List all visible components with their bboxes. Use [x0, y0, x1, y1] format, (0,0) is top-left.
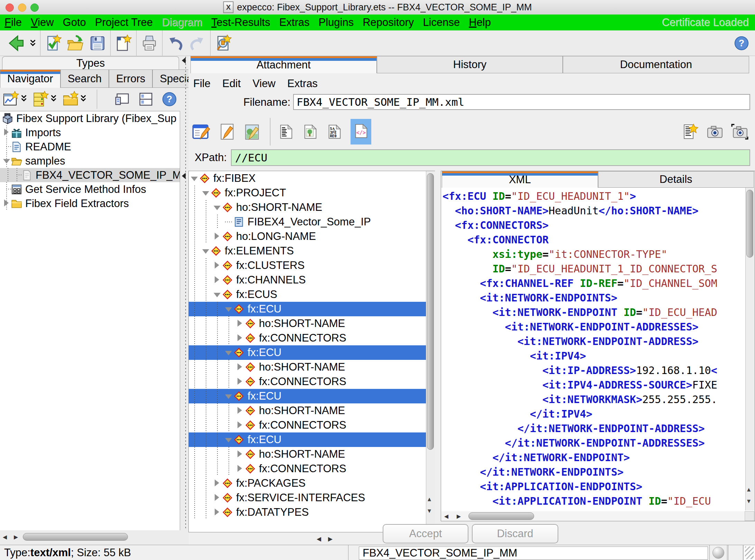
xml-tree-row[interactable]: ho:SHORT-NAME — [189, 403, 435, 418]
accept-file-icon[interactable] — [45, 35, 62, 52]
print-icon[interactable] — [141, 35, 158, 52]
project-tree-item[interactable]: FBX4_VECTOR_SOME_IP_MM — [0, 168, 180, 182]
expand-icon[interactable] — [236, 360, 245, 374]
xml-tree-row[interactable]: ho:LONG-NAME — [189, 229, 435, 244]
help-small-icon[interactable]: ? — [161, 91, 177, 107]
collapse-icon[interactable] — [2, 154, 11, 168]
dropdown-chevron-icon[interactable] — [21, 94, 27, 104]
xml-tree-row[interactable]: FIBEX4_Vector_Some_IP — [189, 215, 435, 229]
attachment-menu-edit[interactable]: Edit — [222, 77, 241, 90]
view-xml-icon[interactable]: </> — [353, 122, 369, 140]
expand-icon[interactable] — [213, 258, 222, 273]
menu-view[interactable]: View — [26, 16, 58, 29]
edit-form-icon[interactable] — [192, 122, 211, 141]
expand-icon[interactable] — [2, 125, 11, 140]
xml-tree-row[interactable]: ho:SHORT-NAME — [189, 360, 435, 374]
expand-icon[interactable] — [236, 331, 245, 345]
discard-button[interactable]: Discard — [472, 524, 558, 543]
xml-tree-row[interactable]: ho:SHORT-NAME — [189, 316, 435, 331]
camera-icon[interactable] — [706, 124, 724, 140]
xml-source-vscrollbar[interactable]: ▴ ▾ — [745, 188, 755, 511]
project-tree-item[interactable]: Fibex Field Extractors — [0, 196, 180, 211]
new-diagram-icon[interactable] — [3, 91, 19, 108]
xml-tree-row[interactable]: fx:ECU — [189, 302, 435, 316]
expand-icon[interactable] — [213, 505, 222, 520]
camera-area-icon[interactable] — [731, 124, 748, 140]
resize-grip[interactable] — [743, 545, 755, 560]
scroll-down-icon[interactable]: ▾ — [428, 507, 431, 514]
back-arrow-icon[interactable] — [8, 35, 25, 52]
redo-icon[interactable] — [189, 35, 206, 52]
new-window-icon[interactable] — [115, 35, 132, 52]
xml-tree-row[interactable]: fx:ECU — [189, 389, 435, 403]
xpath-input[interactable]: //ECU — [231, 149, 750, 166]
expand-icon[interactable] — [236, 447, 245, 461]
project-tree-item[interactable]: samples — [0, 154, 180, 168]
undo-icon[interactable] — [167, 35, 184, 52]
view-hex-icon[interactable]: 5A͢3FERE0 — [326, 123, 342, 141]
new-list-icon[interactable] — [32, 91, 49, 108]
collapse-icon[interactable] — [224, 302, 233, 316]
open-folder-icon[interactable] — [67, 35, 84, 52]
dropdown-chevron-icon[interactable] — [80, 94, 86, 104]
edit-image-icon[interactable] — [244, 122, 260, 141]
project-tree-item[interactable]: Get Service Method Infos — [0, 182, 180, 196]
xml-tree-row[interactable]: ho:SHORT-NAME — [189, 200, 435, 215]
xml-tree-row[interactable]: fx:FIBEX — [189, 171, 435, 186]
tab-history[interactable]: History — [377, 56, 563, 73]
collapse-icon[interactable] — [202, 244, 211, 258]
minimize-button[interactable] — [18, 3, 26, 12]
xml-tree-row[interactable]: fx:CONNECTORS — [189, 418, 435, 432]
collapse-icon[interactable] — [202, 186, 211, 200]
types-header[interactable]: Types — [2, 56, 179, 69]
vscroll-thumb[interactable] — [427, 173, 434, 450]
attachment-menu-file[interactable]: File — [193, 77, 211, 90]
xml-source-pane[interactable]: XML Details <fx:ECU ID="ID_ECU_HEADUNIT_… — [441, 171, 755, 521]
tab-details[interactable]: Details — [598, 171, 754, 188]
project-tree-item[interactable]: Imports — [0, 125, 180, 140]
xml-element-tree[interactable]: fx:FIBEXfx:PROJECTho:SHORT-NAMEFIBEX4_Ve… — [188, 171, 435, 532]
xml-tree-row[interactable]: fx:CONNECTORS — [189, 331, 435, 345]
xml-tree-row[interactable]: fx:ECUS — [189, 287, 435, 302]
menu-file[interactable]: File — [0, 16, 26, 29]
scroll-down-icon[interactable]: ▾ — [747, 497, 751, 504]
expand-icon[interactable] — [213, 229, 222, 244]
collapse-icon[interactable] — [224, 432, 233, 447]
zoom-button[interactable] — [30, 3, 39, 12]
menu-plugins[interactable]: Plugins — [314, 16, 358, 29]
dropdown-chevron-icon[interactable] — [50, 94, 57, 104]
xml-tree-row[interactable]: fx:PROJECT — [189, 186, 435, 200]
tab-navigator[interactable]: Navigator — [0, 69, 60, 88]
dropdown-chevron-icon[interactable] — [30, 39, 36, 48]
xml-tree-vscrollbar[interactable]: ▴ ▾ — [426, 171, 435, 532]
project-tree[interactable]: Fibex Support Library (Fibex_SupImportsR… — [0, 111, 180, 530]
xml-tree-row[interactable]: fx:CONNECTORS — [189, 374, 435, 389]
expand-icon[interactable] — [236, 403, 245, 418]
menu-test-results[interactable]: Test-Results — [207, 16, 275, 29]
tab-documentation[interactable]: Documentation — [563, 56, 749, 73]
expand-icon[interactable] — [236, 461, 245, 476]
expand-icon[interactable] — [2, 196, 11, 211]
tab-errors[interactable]: Errors — [109, 69, 152, 88]
reload-view-icon[interactable] — [215, 35, 232, 52]
close-button[interactable] — [6, 3, 14, 12]
save-icon[interactable] — [89, 35, 106, 52]
collapse-icon[interactable] — [213, 287, 222, 302]
xml-tree-row[interactable]: ho:SHORT-NAME — [189, 447, 435, 461]
splitter-collapse-icon[interactable] — [182, 57, 186, 64]
scroll-up-icon[interactable]: ▴ — [428, 495, 431, 502]
hscroll-thumb[interactable] — [468, 512, 534, 520]
accept-button[interactable]: Accept — [383, 524, 468, 543]
menu-project-tree[interactable]: Project Tree — [91, 16, 157, 29]
xml-tree-row[interactable]: fx:ELEMENTS — [189, 244, 435, 258]
xml-tree-row[interactable]: fx:ECU — [189, 345, 435, 360]
tab-xml[interactable]: XML — [442, 171, 598, 188]
tab-attachment[interactable]: Attachment — [190, 56, 377, 73]
collapse-icon[interactable] — [190, 171, 199, 186]
tab-search[interactable]: Search — [60, 69, 109, 88]
expand-icon[interactable] — [236, 418, 245, 432]
scroll-up-icon[interactable]: ▴ — [747, 486, 751, 493]
menu-extras[interactable]: Extras — [275, 16, 314, 29]
new-attachment-icon[interactable] — [682, 123, 699, 141]
expand-icon[interactable] — [213, 476, 222, 491]
